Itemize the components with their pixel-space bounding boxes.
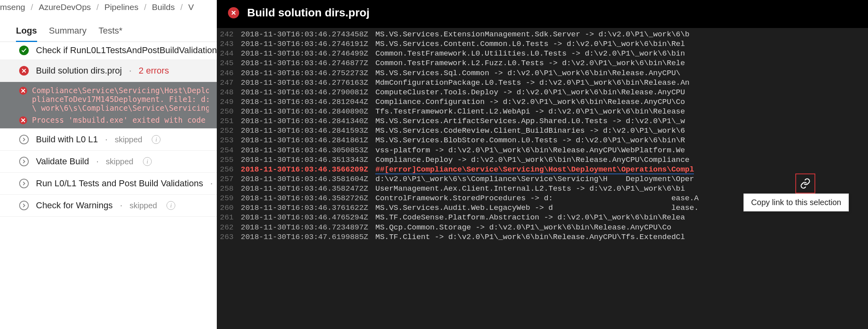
log-line[interactable]: 2532018-11-30T16:03:46.2841861ZMS.VS.Ser… bbox=[217, 136, 868, 145]
log-output[interactable]: 2422018-11-30T16:03:46.2743458ZMS.VS.Ser… bbox=[217, 28, 868, 329]
log-message: ControlFramework.StoredProcedures -> d: … bbox=[375, 193, 699, 203]
log-line[interactable]: 2442018-11-30T16:03:46.2746499ZCommon.Te… bbox=[217, 49, 868, 58]
log-timestamp: 2018-11-30T16:03:46.2840890Z bbox=[241, 107, 375, 116]
log-line-number: 261 bbox=[217, 213, 241, 222]
log-line[interactable]: 2462018-11-30T16:03:46.2752273ZMS.VS.Ser… bbox=[217, 68, 868, 78]
breadcrumb-separator: / bbox=[180, 2, 183, 12]
chevron-right-icon bbox=[19, 179, 29, 188]
log-timestamp: 2018-11-30T16:03:46.2841593Z bbox=[241, 126, 375, 136]
log-message: Compliance.Configuration -> d:\v2.0\P1\_… bbox=[375, 97, 685, 107]
breadcrumb-separator: / bbox=[31, 2, 33, 12]
step-check-warnings[interactable]: Check for Warnings · skipped i bbox=[0, 195, 217, 217]
log-timestamp: 2018-11-30T16:03:46.2790081Z bbox=[241, 88, 375, 97]
step-run-tests[interactable]: Run L0/L1 Tests and Post Build Validatio… bbox=[0, 173, 217, 195]
info-icon[interactable]: i bbox=[143, 157, 152, 166]
log-line[interactable]: 2502018-11-30T16:03:46.2840890ZTfs.TestF… bbox=[217, 107, 868, 116]
log-line-number: 245 bbox=[217, 58, 241, 68]
log-message: vss-platform -> d:\v2.0\P1\_work\6\bin\R… bbox=[375, 146, 685, 155]
log-timestamp: 2018-11-30T16:03:46.2743458Z bbox=[241, 30, 375, 39]
log-line[interactable]: 2552018-11-30T16:03:46.3513343ZComplianc… bbox=[217, 155, 868, 165]
log-line[interactable]: 2482018-11-30T16:03:46.2790081ZComputeCl… bbox=[217, 88, 868, 97]
log-line[interactable]: 2582018-11-30T16:03:46.3582472ZUserManag… bbox=[217, 184, 868, 193]
info-icon[interactable]: i bbox=[152, 135, 161, 144]
log-line-number: 251 bbox=[217, 116, 241, 126]
log-timestamp: 2018-11-30T16:03:46.3582726Z bbox=[241, 193, 375, 203]
log-line[interactable]: 2572018-11-30T16:03:46.3581604Zd:\v2.0\P… bbox=[217, 174, 868, 184]
log-line-number: 258 bbox=[217, 184, 241, 193]
log-line[interactable]: 2562018-11-30T16:03:46.3566209Z##[error]… bbox=[217, 165, 868, 174]
step-title: Check for Warnings bbox=[36, 200, 113, 211]
step-status: skipped bbox=[130, 201, 157, 210]
tab-logs[interactable]: Logs bbox=[16, 22, 37, 42]
step-build-l0l1[interactable]: Build with L0 L1 · skipped i bbox=[0, 129, 217, 151]
separator-dot: · bbox=[120, 200, 122, 211]
breadcrumb-item[interactable]: Builds bbox=[152, 2, 175, 12]
log-timestamp: 2018-11-30T16:03:46.3581604Z bbox=[241, 174, 375, 184]
breadcrumb-item[interactable]: AzureDevOps bbox=[39, 2, 91, 12]
log-message: Compliance.Deploy -> d:\v2.0\P1\_work\6\… bbox=[375, 155, 690, 165]
log-line-number: 263 bbox=[217, 232, 241, 242]
log-line-number: 243 bbox=[217, 39, 241, 49]
log-message: MS.TF.CodeSense.Platform.Abstraction -> … bbox=[375, 213, 685, 222]
log-line[interactable]: 2492018-11-30T16:03:46.2812044ZComplianc… bbox=[217, 97, 868, 107]
step-title: Build solution dirs.proj bbox=[36, 66, 122, 76]
check-icon bbox=[19, 46, 29, 55]
log-line[interactable]: 2422018-11-30T16:03:46.2743458ZMS.VS.Ser… bbox=[217, 30, 868, 39]
log-message: MS.TF.Client -> d:\v2.0\P1\_work\6\bin\R… bbox=[375, 232, 685, 242]
tab-summary[interactable]: Summary bbox=[49, 22, 87, 42]
log-timestamp: 2018-11-30T16:03:46.4765294Z bbox=[241, 213, 375, 222]
error-message-line: Compliance\Service\Servicing\Host\Deploy… bbox=[32, 86, 209, 95]
tab-tests[interactable]: Tests* bbox=[99, 22, 123, 42]
log-timestamp: 2018-11-30T16:03:46.2746877Z bbox=[241, 58, 375, 68]
log-message: ##[error]Compliance\Service\Servicing\Ho… bbox=[375, 165, 694, 174]
breadcrumb-item[interactable]: Pipelines bbox=[104, 2, 138, 12]
error-icon bbox=[19, 66, 29, 76]
log-timestamp: 2018-11-30T16:03:46.3513343Z bbox=[241, 155, 375, 165]
log-line-number: 252 bbox=[217, 126, 241, 136]
log-message: ComputeCluster.Tools.Deploy -> d:\v2.0\P… bbox=[375, 88, 685, 97]
log-line[interactable]: 2612018-11-30T16:03:46.4765294ZMS.TF.Cod… bbox=[217, 213, 868, 222]
log-line-number: 248 bbox=[217, 88, 241, 97]
log-line[interactable]: 2622018-11-30T16:03:46.7234897ZMS.Qcp.Co… bbox=[217, 223, 868, 232]
log-timestamp: 2018-11-30T16:03:46.2841861Z bbox=[241, 136, 375, 145]
log-line-number: 254 bbox=[217, 146, 241, 155]
separator-dot: · bbox=[129, 66, 131, 76]
build-steps-list: Check if RunL0L1TestsAndPostBuildValidat… bbox=[0, 42, 217, 329]
log-panel-title: Build solution dirs.proj bbox=[247, 6, 369, 19]
log-timestamp: 2018-11-30T16:03:46.2746499Z bbox=[241, 49, 375, 58]
step-status: skipped bbox=[115, 135, 142, 144]
log-line[interactable]: 2512018-11-30T16:03:46.2841340ZMS.VS.Ser… bbox=[217, 116, 868, 126]
chevron-right-icon bbox=[19, 157, 29, 166]
log-message: MS.VS.Services.CodeReview.Client_BuildBi… bbox=[375, 126, 685, 136]
step-error-details[interactable]: Compliance\Service\Servicing\Host\Deploy… bbox=[0, 82, 217, 129]
info-icon[interactable]: i bbox=[166, 201, 175, 210]
log-line-number: 257 bbox=[217, 174, 241, 184]
log-line[interactable]: 2632018-11-30T16:03:47.6199885ZMS.TF.Cli… bbox=[217, 232, 868, 242]
error-icon bbox=[19, 116, 27, 124]
log-message: MS.VS.Services.Sql.Common -> d:\v2.0\P1\… bbox=[375, 68, 680, 78]
breadcrumb-item[interactable]: mseng bbox=[0, 2, 25, 12]
log-message: MS.VS.Services.BlobStore.Common.L0.Tests… bbox=[375, 136, 685, 145]
log-line-number: 242 bbox=[217, 30, 241, 39]
log-line[interactable]: 2452018-11-30T16:03:46.2746877ZCommon.Te… bbox=[217, 58, 868, 68]
log-line[interactable]: 2542018-11-30T16:03:46.3050853Zvss-platf… bbox=[217, 146, 868, 155]
log-message: MS.VS.Services.ExtensionManagement.Sdk.S… bbox=[375, 30, 690, 39]
log-message: MS.VS.Services.Audit.Web.LegacyWeb -> d … bbox=[375, 203, 699, 213]
step-check-run[interactable]: Check if RunL0L1TestsAndPostBuildValidat… bbox=[0, 43, 217, 60]
log-message: MS.VS.Services.ArtifactServices.App.Shar… bbox=[375, 116, 685, 126]
log-line[interactable]: 2472018-11-30T16:03:46.2776163ZMdmConfig… bbox=[217, 78, 868, 88]
step-status: skipped bbox=[106, 157, 133, 166]
log-timestamp: 2018-11-30T16:03:46.2841340Z bbox=[241, 116, 375, 126]
copy-link-button[interactable] bbox=[795, 173, 815, 193]
log-line[interactable]: 2432018-11-30T16:03:46.2746191ZMS.VS.Ser… bbox=[217, 39, 868, 49]
log-line-number: 259 bbox=[217, 193, 241, 203]
log-line[interactable]: 2522018-11-30T16:03:46.2841593ZMS.VS.Ser… bbox=[217, 126, 868, 136]
step-validate-build[interactable]: Validate Build · skipped i bbox=[0, 151, 217, 173]
breadcrumb-item[interactable]: V bbox=[188, 2, 194, 12]
step-build-solution[interactable]: Build solution dirs.proj · 2 errors bbox=[0, 60, 217, 82]
log-timestamp: 2018-11-30T16:03:46.2812044Z bbox=[241, 97, 375, 107]
log-line-number: 244 bbox=[217, 49, 241, 58]
log-line-number: 249 bbox=[217, 97, 241, 107]
log-message: UserManagement.Aex.Client.Internal.L2.Te… bbox=[375, 184, 685, 193]
step-title: Check if RunL0L1TestsAndPostBuildValidat… bbox=[36, 45, 217, 56]
